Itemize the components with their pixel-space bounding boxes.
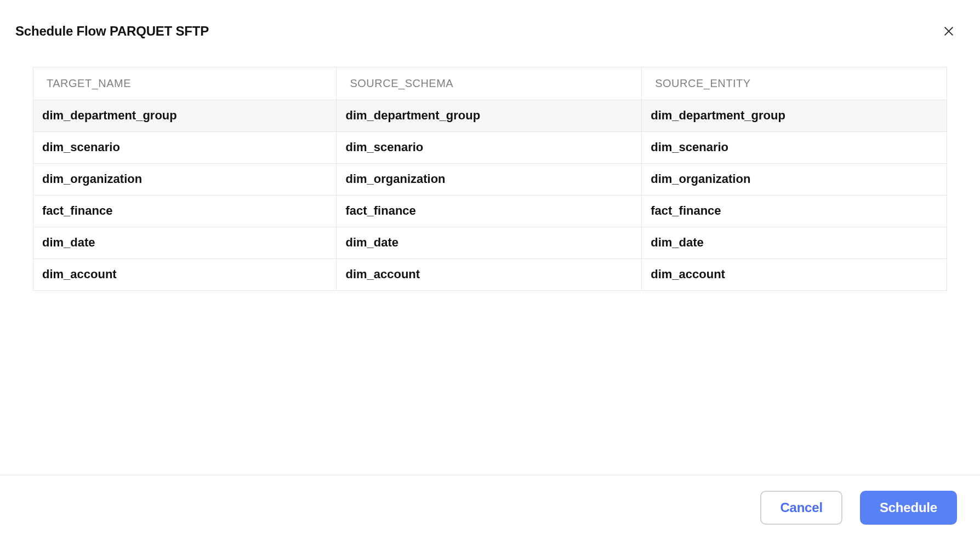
dialog-footer: Cancel Schedule [0, 475, 980, 540]
cell-source-entity: dim_account [642, 259, 947, 291]
cell-source-schema: dim_organization [337, 164, 642, 196]
column-header-source-entity[interactable]: SOURCE_ENTITY [642, 67, 947, 100]
table-row[interactable]: dim_department_groupdim_department_group… [33, 100, 947, 132]
close-button[interactable] [938, 21, 959, 42]
cell-source-entity: dim_department_group [642, 100, 947, 132]
cell-target-name: dim_organization [33, 164, 337, 196]
cell-target-name: fact_finance [33, 196, 337, 227]
cell-target-name: dim_department_group [33, 100, 337, 132]
cell-source-schema: fact_finance [337, 196, 642, 227]
table-row[interactable]: dim_scenariodim_scenariodim_scenario [33, 132, 947, 164]
table-row[interactable]: dim_datedim_datedim_date [33, 227, 947, 259]
cell-source-schema: dim_scenario [337, 132, 642, 164]
cell-source-entity: dim_scenario [642, 132, 947, 164]
table-header-row: TARGET_NAME SOURCE_SCHEMA SOURCE_ENTITY [33, 67, 947, 100]
cell-source-entity: dim_organization [642, 164, 947, 196]
dialog-header: Schedule Flow PARQUET SFTP [0, 0, 980, 42]
cell-source-schema: dim_account [337, 259, 642, 291]
cell-source-schema: dim_department_group [337, 100, 642, 132]
close-icon [943, 25, 955, 37]
cell-source-entity: dim_date [642, 227, 947, 259]
dialog-title: Schedule Flow PARQUET SFTP [15, 24, 209, 39]
schedule-table: TARGET_NAME SOURCE_SCHEMA SOURCE_ENTITY … [33, 67, 947, 291]
table-row[interactable]: dim_accountdim_accountdim_account [33, 259, 947, 291]
table-row[interactable]: dim_organizationdim_organizationdim_orga… [33, 164, 947, 196]
cancel-button[interactable]: Cancel [760, 491, 842, 525]
column-header-target-name[interactable]: TARGET_NAME [33, 67, 337, 100]
cell-target-name: dim_scenario [33, 132, 337, 164]
cell-target-name: dim_account [33, 259, 337, 291]
cell-target-name: dim_date [33, 227, 337, 259]
schedule-button[interactable]: Schedule [860, 491, 957, 525]
table-row[interactable]: fact_financefact_financefact_finance [33, 196, 947, 227]
cell-source-schema: dim_date [337, 227, 642, 259]
content-area: TARGET_NAME SOURCE_SCHEMA SOURCE_ENTITY … [0, 42, 980, 475]
cell-source-entity: fact_finance [642, 196, 947, 227]
column-header-source-schema[interactable]: SOURCE_SCHEMA [337, 67, 642, 100]
